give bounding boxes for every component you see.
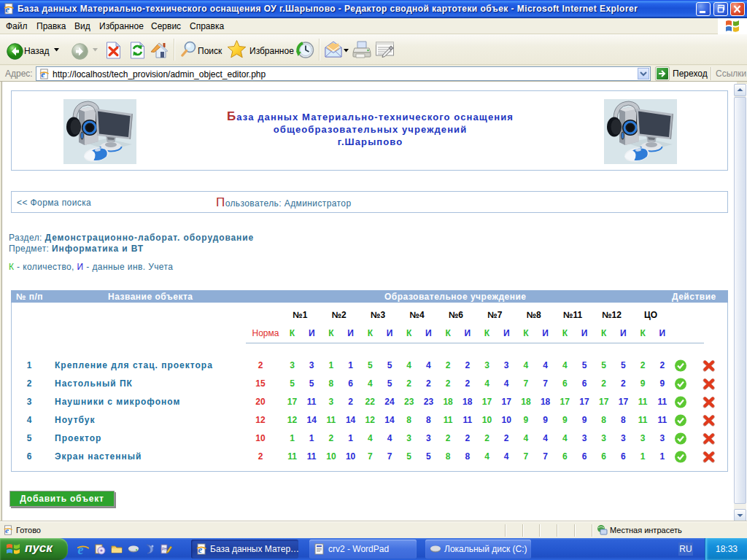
svg-text:e: e — [78, 543, 84, 555]
svg-text:e: e — [5, 526, 9, 534]
svg-text:e: e — [41, 69, 45, 79]
svg-text:e: e — [5, 4, 9, 15]
svg-text:e: e — [198, 544, 203, 555]
